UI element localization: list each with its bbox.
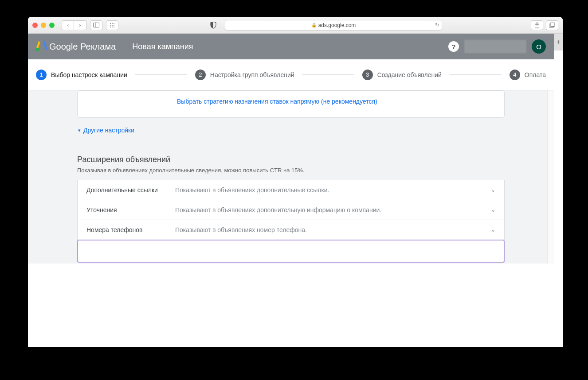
shield-icon (210, 22, 216, 29)
sidebar-icon (93, 23, 99, 27)
window-maximize-button[interactable] (49, 23, 55, 28)
grid-button[interactable] (106, 20, 118, 30)
forward-button[interactable]: › (74, 20, 86, 30)
google-ads-logo-icon (36, 41, 47, 52)
url-bar[interactable]: 🔒 ads.google.com ↻ (225, 20, 442, 31)
help-button[interactable]: ? (448, 41, 459, 52)
grid-icon (110, 23, 115, 28)
header-divider (124, 40, 124, 53)
svg-point-8 (110, 27, 111, 27)
safari-toolbar: ‹ › 🔒 ads.google.com ↻ (28, 17, 563, 34)
svg-rect-13 (550, 23, 555, 26)
extensions-subtitle: Показывая в объявлениях дополнительные с… (77, 167, 505, 174)
share-icon (534, 22, 540, 28)
extension-desc: Показывают в объявлениях дополнительные … (175, 186, 491, 194)
nav-buttons: ‹ › (62, 20, 86, 30)
page-title: Новая кампания (132, 42, 193, 51)
step-label: Выбор настроек кампании (51, 71, 127, 78)
step-label: Оплата (525, 71, 546, 78)
extension-row-sitelinks[interactable]: Дополнительные ссылки Показывают в объяв… (78, 180, 504, 200)
step-number: 3 (362, 70, 373, 80)
step-label: Создание объявлений (377, 71, 442, 78)
extension-desc: Показывают в объявлениях дополнительную … (175, 206, 491, 213)
scrollbar-track (547, 90, 554, 264)
svg-point-4 (114, 23, 114, 24)
chevron-left-icon: ‹ (67, 22, 69, 28)
step-connector (302, 74, 354, 75)
extension-name: Уточнения (86, 206, 175, 213)
logo-text: Google Реклама (49, 42, 116, 52)
step-label: Настройка групп объявлений (210, 71, 294, 78)
plus-icon: + (557, 38, 561, 46)
traffic-lights (32, 23, 55, 28)
step-1[interactable]: 1 Выбор настроек кампании (36, 70, 127, 80)
step-number: 2 (195, 70, 206, 80)
extensions-title: Расширения объявлений (77, 155, 505, 164)
extension-row-callouts[interactable]: Уточнения Показывают в объявлениях допол… (78, 200, 504, 220)
step-connector (450, 74, 502, 75)
extension-name: Дополнительные ссылки (86, 186, 175, 194)
step-2[interactable]: 2 Настройка групп объявлений (195, 70, 294, 80)
svg-point-9 (112, 27, 113, 27)
lock-icon: 🔒 (311, 23, 317, 27)
question-icon: ? (451, 43, 455, 50)
url-text: ads.google.com (318, 22, 356, 28)
content-area: Выбрать стратегию назначения ставок напр… (28, 90, 554, 264)
svg-point-5 (110, 25, 111, 26)
avatar[interactable]: O (532, 39, 546, 54)
tabs-icon (549, 23, 555, 28)
bid-strategy-link[interactable]: Выбрать стратегию назначения ставок напр… (78, 98, 504, 105)
toolbar-right (531, 20, 558, 30)
extensions-panel: Дополнительные ссылки Показывают в объяв… (77, 180, 505, 240)
svg-point-14 (36, 48, 39, 51)
more-settings-toggle[interactable]: ▾ Другие настройки (78, 127, 505, 134)
account-info[interactable] (464, 40, 526, 53)
window-minimize-button[interactable] (41, 23, 46, 28)
share-button[interactable] (531, 20, 543, 30)
ads-logo[interactable]: Google Реклама (36, 41, 116, 52)
stepper: 1 Выбор настроек кампании 2 Настройка гр… (28, 59, 554, 90)
chevron-down-icon: ⌄ (491, 207, 495, 213)
safari-window: ‹ › 🔒 ads.google.com ↻ (28, 17, 563, 347)
privacy-button[interactable] (207, 20, 220, 30)
step-connector (135, 74, 187, 75)
step-4[interactable]: 4 Оплата (510, 70, 546, 80)
refresh-icon[interactable]: ↻ (435, 22, 439, 28)
sidebar-button[interactable] (90, 20, 102, 30)
svg-point-10 (114, 27, 114, 27)
svg-point-3 (112, 23, 113, 24)
svg-rect-0 (94, 23, 99, 27)
header-right: ? O (448, 39, 546, 54)
strategy-card: Выбрать стратегию назначения ставок напр… (77, 90, 505, 118)
svg-point-7 (114, 25, 114, 26)
step-3[interactable]: 3 Создание объявлений (362, 70, 442, 80)
extension-name: Номера телефонов (86, 226, 175, 233)
svg-point-2 (110, 23, 111, 24)
ads-header: Google Реклама Новая кампания ? O (28, 34, 554, 59)
more-settings-label: Другие настройки (83, 127, 134, 134)
main-column: Выбрать стратегию назначения ставок напр… (77, 90, 505, 264)
extension-row-phone[interactable]: Номера телефонов Показывают в объявления… (78, 220, 504, 240)
chevron-down-icon: ▾ (78, 128, 81, 133)
window-close-button[interactable] (32, 23, 38, 28)
chevron-right-icon: › (79, 22, 81, 28)
chevron-down-icon: ⌄ (491, 227, 495, 233)
tabs-button[interactable] (546, 20, 558, 30)
add-extension-dropdown-trigger[interactable] (77, 240, 505, 263)
back-button[interactable]: ‹ (62, 20, 74, 30)
new-tab-button[interactable]: + (554, 34, 563, 50)
extension-desc: Показывают в объявлениях номер телефона. (175, 226, 491, 233)
step-number: 4 (510, 70, 520, 80)
step-number: 1 (36, 70, 47, 80)
svg-point-6 (112, 25, 113, 26)
chevron-down-icon: ⌄ (491, 187, 495, 193)
